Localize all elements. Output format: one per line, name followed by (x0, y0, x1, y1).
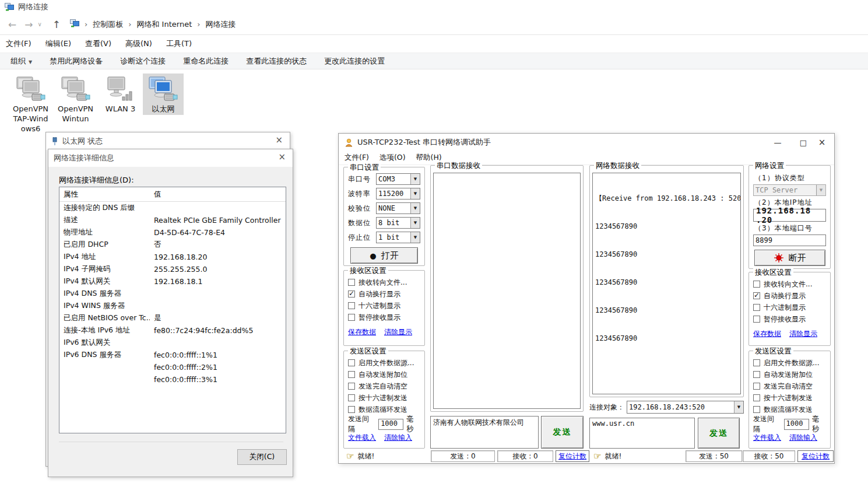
serial-recv-area[interactable] (433, 173, 581, 409)
load-file-link[interactable]: 文件载入 (753, 433, 781, 443)
checkbox-hex-display[interactable]: 十六进制显示 (753, 302, 826, 313)
checkbox-hex-send[interactable]: 按十六进制发送 (348, 392, 420, 404)
checkbox[interactable] (348, 314, 355, 321)
checkbox[interactable] (348, 371, 355, 378)
com-port-select[interactable]: COM3▼ (376, 173, 420, 185)
breadcrumb-control-panel[interactable]: 控制面板 (93, 19, 123, 30)
load-file-link[interactable]: 文件载入 (348, 433, 376, 443)
interval-input[interactable]: 1000 (378, 419, 403, 430)
checkbox-auto-append[interactable]: 自动发送附加位 (348, 369, 420, 380)
checkbox[interactable] (753, 292, 760, 299)
checkbox[interactable] (348, 406, 355, 413)
clear-display-link[interactable]: 清除显示 (384, 327, 412, 337)
checkbox-auto-newline[interactable]: 自动换行显示 (348, 288, 420, 300)
serial-send-input[interactable]: 济南有人物联网技术有限公司 (430, 416, 539, 449)
forward-icon[interactable]: → (24, 19, 33, 30)
adapter-ethernet[interactable]: 以太网 (143, 74, 184, 115)
clear-display-link[interactable]: 清除显示 (789, 329, 817, 339)
checkbox-file-source[interactable]: 启用文件数据源... (753, 357, 826, 369)
menu-view[interactable]: 查看(V) (85, 38, 111, 49)
adapter-openvpn-tap[interactable]: OpenVPN TAP-Wind ows6 (8, 74, 53, 134)
menu-file[interactable]: 文件(F) (345, 153, 369, 163)
local-ip-input[interactable]: 192.168.18 .20 (753, 209, 826, 222)
up-icon[interactable]: ↑ (52, 19, 61, 30)
chevron-down-icon[interactable]: ▼ (410, 203, 420, 214)
checkbox-recv-to-file[interactable]: 接收转向文件... (348, 276, 420, 288)
checkbox[interactable] (348, 290, 355, 298)
checkbox[interactable] (348, 302, 355, 309)
close-button[interactable]: × (812, 134, 832, 151)
checkbox[interactable] (753, 281, 760, 288)
chevron-down-icon[interactable]: ▼ (410, 188, 420, 199)
data-bits-select[interactable]: 8 bit▼ (376, 217, 420, 229)
toolbar-organize[interactable]: 组织▼ (10, 56, 32, 66)
menu-options[interactable]: 选项(O) (379, 153, 406, 163)
baud-rate-select[interactable]: 115200▼ (376, 188, 420, 200)
details-table[interactable]: 属性 值 连接特定的 DNS 后缀 描述Realtek PCIe GbE Fam… (59, 187, 286, 433)
ethernet-status-titlebar[interactable]: 以太网 状态 × (46, 132, 290, 150)
checkbox-hex-send[interactable]: 按十六进制发送 (753, 392, 826, 404)
save-data-link[interactable]: 保存数据 (753, 329, 781, 339)
menu-advanced[interactable]: 高级(N) (125, 38, 152, 49)
menu-file[interactable]: 文件(F) (6, 38, 31, 49)
adapter-openvpn-wintun[interactable]: OpenVPN Wintun (53, 74, 98, 124)
clear-input-link[interactable]: 清除输入 (384, 433, 412, 443)
connect-target-select[interactable]: 192.168.18.243:520▼ (627, 401, 744, 414)
chevron-down-icon[interactable]: ▼ (734, 401, 743, 413)
close-icon[interactable]: × (278, 152, 286, 162)
close-icon[interactable]: × (275, 135, 283, 145)
checkbox-auto-clear[interactable]: 发送完自动清空 (753, 380, 826, 392)
checkbox[interactable] (753, 316, 760, 323)
net-send-button[interactable]: 发送 (698, 418, 740, 449)
checkbox-loop-send[interactable]: 数据流循环发送 (348, 404, 420, 415)
chevron-down-icon[interactable]: ▼ (410, 218, 420, 228)
usr-titlebar[interactable]: USR-TCP232-Test 串口转网络调试助手 — □ × (339, 134, 834, 151)
checkbox[interactable] (348, 359, 355, 366)
net-recv-area[interactable]: 【Receive from 192.168.18.243 : 52099】: 1… (592, 173, 741, 394)
checkbox[interactable] (753, 394, 760, 401)
reset-count-button[interactable]: 复位计数 (797, 450, 834, 462)
toolbar-view-status[interactable]: 查看此连接的状态 (246, 56, 307, 66)
toolbar-change-settings[interactable]: 更改此连接的设置 (324, 56, 385, 66)
close-button[interactable]: 关闭(C) (237, 449, 287, 465)
protocol-select[interactable]: TCP Server▼ (753, 184, 826, 196)
checkbox[interactable] (348, 383, 355, 390)
local-port-input[interactable]: 8899 (753, 235, 826, 246)
checkbox[interactable] (753, 359, 760, 366)
checkbox[interactable] (753, 371, 760, 378)
clear-input-link[interactable]: 清除输入 (789, 433, 817, 443)
maximize-button[interactable]: □ (793, 134, 813, 151)
checkbox-file-source[interactable]: 启用文件数据源... (348, 357, 420, 369)
checkbox[interactable] (753, 406, 760, 413)
checkbox-pause-recv[interactable]: 暂停接收显示 (753, 313, 826, 325)
save-data-link[interactable]: 保存数据 (348, 327, 376, 337)
checkbox-auto-newline[interactable]: 自动换行显示 (753, 290, 826, 302)
checkbox-auto-append[interactable]: 自动发送附加位 (753, 369, 826, 380)
chevron-down-icon[interactable]: ▼ (410, 174, 420, 184)
interval-input[interactable]: 1000 (784, 419, 810, 430)
chevron-down-icon[interactable]: ▼ (410, 232, 420, 243)
reset-count-button[interactable]: 复位计数 (556, 450, 589, 462)
checkbox-pause-recv[interactable]: 暂停接收显示 (348, 312, 420, 323)
checkbox-auto-clear[interactable]: 发送完自动清空 (348, 380, 420, 392)
checkbox-recv-to-file[interactable]: 接收转向文件... (753, 278, 826, 290)
toolbar-diagnose[interactable]: 诊断这个连接 (120, 56, 166, 66)
adapter-wlan3[interactable]: WLAN 3 (98, 74, 143, 114)
checkbox[interactable] (348, 279, 355, 286)
network-details-titlebar[interactable]: 网络连接详细信息 × (48, 149, 293, 167)
checkbox-hex-display[interactable]: 十六进制显示 (348, 300, 420, 312)
toolbar-rename[interactable]: 重命名此连接 (183, 56, 229, 66)
history-dropdown-icon[interactable]: ∨ (38, 21, 42, 27)
menu-tools[interactable]: 工具(T) (166, 38, 192, 49)
parity-select[interactable]: NONE▼ (376, 202, 420, 214)
open-serial-button[interactable]: ● 打开 (350, 247, 418, 264)
checkbox[interactable] (753, 383, 760, 390)
checkbox-loop-send[interactable]: 数据流循环发送 (753, 404, 826, 415)
menu-edit[interactable]: 编辑(E) (45, 38, 71, 49)
minimize-button[interactable]: — (768, 134, 788, 151)
stop-bits-select[interactable]: 1 bit▼ (376, 232, 420, 243)
checkbox[interactable] (348, 394, 355, 401)
breadcrumb-network-internet[interactable]: 网络和 Internet (136, 19, 192, 30)
breadcrumb-network-connections[interactable]: 网络连接 (205, 19, 236, 30)
back-icon[interactable]: ← (8, 19, 16, 30)
